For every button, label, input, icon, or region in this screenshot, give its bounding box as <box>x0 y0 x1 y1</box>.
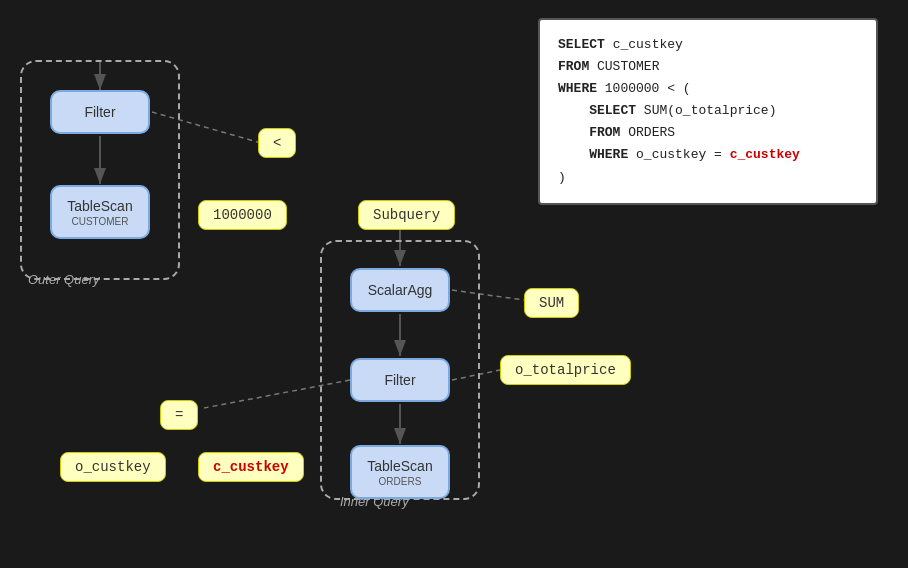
tablescan-inner-sublabel: ORDERS <box>379 476 422 487</box>
less-than-label: < <box>258 128 296 158</box>
tablescan-inner-node: TableScan ORDERS <box>350 445 450 499</box>
less-than-text: < <box>273 135 281 151</box>
one-million-label: 1000000 <box>198 200 287 230</box>
tablescan-inner-label: TableScan <box>367 458 432 474</box>
sql-select-cols: c_custkey <box>613 37 683 52</box>
filter-outer-label: Filter <box>84 104 115 120</box>
outer-query-label: Outer Query <box>28 272 100 287</box>
equals-text: = <box>175 407 183 423</box>
sql-inner-select-cols: SUM(o_totalprice) <box>636 103 776 118</box>
c-custkey-label: c_custkey <box>198 452 304 482</box>
filter-outer-node: Filter <box>50 90 150 134</box>
o-totalprice-label: o_totalprice <box>500 355 631 385</box>
o-totalprice-text: o_totalprice <box>515 362 616 378</box>
scalaragg-label: ScalarAgg <box>368 282 433 298</box>
sum-text: SUM <box>539 295 564 311</box>
sql-where-cond: 1000000 < ( <box>597 81 691 96</box>
tablescan-outer-label: TableScan <box>67 198 132 214</box>
sql-inner-select-kw: SELECT <box>589 103 636 118</box>
o-custkey-text: o_custkey <box>75 459 151 475</box>
c-custkey-text: c_custkey <box>213 459 289 475</box>
sql-code-box: SELECT c_custkey FROM CUSTOMER WHERE 100… <box>538 18 878 205</box>
diagram-container: SELECT c_custkey FROM CUSTOMER WHERE 100… <box>0 0 908 568</box>
subquery-text: Subquery <box>373 207 440 223</box>
sql-inner-where-kw: WHERE <box>589 147 628 162</box>
tablescan-outer-sublabel: CUSTOMER <box>71 216 128 227</box>
sql-corr-ref: c_custkey <box>730 147 800 162</box>
sql-close-paren: ) <box>558 170 566 185</box>
sql-from-kw: FROM <box>558 59 589 74</box>
sql-inner-from-kw: FROM <box>589 125 620 140</box>
scalaragg-node: ScalarAgg <box>350 268 450 312</box>
sum-label: SUM <box>524 288 579 318</box>
filter-inner-label: Filter <box>384 372 415 388</box>
equals-label: = <box>160 400 198 430</box>
subquery-label: Subquery <box>358 200 455 230</box>
tablescan-outer-node: TableScan CUSTOMER <box>50 185 150 239</box>
one-million-text: 1000000 <box>213 207 272 223</box>
sql-inner-from-table: ORDERS <box>620 125 675 140</box>
sql-from-table: CUSTOMER <box>589 59 659 74</box>
sql-where-kw: WHERE <box>558 81 597 96</box>
sql-inner-where-cond: o_custkey = <box>628 147 729 162</box>
filter-inner-node: Filter <box>350 358 450 402</box>
o-custkey-label: o_custkey <box>60 452 166 482</box>
sql-select-kw: SELECT <box>558 37 605 52</box>
